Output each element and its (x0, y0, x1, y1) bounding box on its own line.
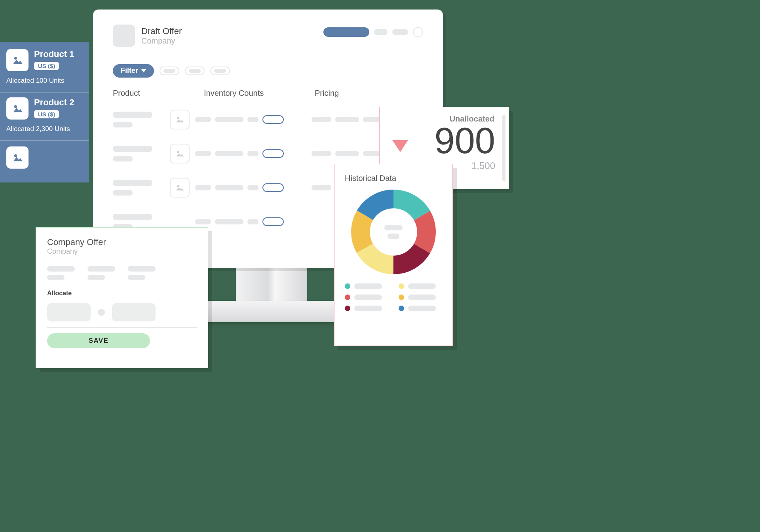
filter-chip[interactable] (185, 66, 205, 75)
svg-point-2 (14, 154, 17, 157)
filter-chip[interactable] (210, 66, 230, 75)
image-icon (6, 146, 28, 169)
allocate-label: Allocate (47, 290, 197, 297)
offer-subtitle: Company (47, 247, 197, 256)
inventory-input[interactable] (262, 217, 284, 226)
monitor-stand-base (202, 301, 342, 322)
page-title: Draft Offer (141, 26, 182, 37)
page-subtitle: Company (141, 36, 182, 46)
historical-title: Historical Data (345, 174, 442, 183)
svg-point-4 (177, 151, 180, 154)
chevron-down-icon (141, 69, 146, 72)
legend-item (399, 294, 442, 300)
filter-label: Filter (121, 66, 138, 75)
divider (47, 327, 197, 328)
donut-legend (345, 283, 442, 311)
filter-chip[interactable] (160, 66, 179, 75)
product-allocation: Allocated 100 Units (6, 77, 83, 85)
header-chip[interactable] (374, 29, 388, 35)
svg-point-1 (14, 105, 17, 108)
product-name: Product 1 (34, 49, 74, 59)
column-header-pricing: Pricing (315, 89, 423, 98)
header-avatar-circle[interactable] (413, 27, 423, 37)
column-header-inventory: Inventory Counts (204, 89, 315, 98)
svg-point-3 (177, 117, 180, 120)
primary-action-pill[interactable] (323, 27, 369, 37)
product-item[interactable]: Product 1 US ($) Allocated 100 Units (0, 44, 89, 92)
product-item-stub (0, 140, 89, 169)
legend-item (399, 283, 442, 289)
save-button[interactable]: SAVE (47, 333, 150, 348)
image-icon (6, 49, 28, 71)
header-chip[interactable] (392, 29, 408, 35)
offer-title: Company Offer (47, 237, 197, 247)
svg-point-5 (177, 185, 180, 188)
allocate-input[interactable] (47, 303, 91, 321)
image-icon (170, 110, 190, 129)
trend-down-icon (392, 140, 408, 152)
allocate-input[interactable] (112, 303, 156, 321)
legend-item (345, 283, 388, 289)
svg-point-0 (14, 57, 17, 60)
historical-data-card: Historical Data (334, 164, 453, 346)
company-offer-card: Company Offer Company Allocate SAVE (36, 227, 208, 368)
legend-item (345, 294, 388, 300)
allocate-toggle[interactable] (98, 309, 105, 316)
legend-item (345, 306, 388, 311)
product-name: Product 2 (34, 97, 74, 108)
inventory-input[interactable] (262, 115, 284, 124)
image-icon (170, 178, 190, 198)
metric-label: Unallocated (450, 114, 494, 124)
inventory-input[interactable] (262, 183, 284, 192)
scrollbar[interactable] (502, 115, 505, 181)
currency-badge: US ($) (34, 62, 59, 70)
avatar (113, 25, 135, 47)
product-allocation: Allocated 2,300 Units (6, 125, 83, 133)
save-button-label: SAVE (89, 337, 108, 345)
metric-value: 900 (414, 122, 495, 159)
image-icon (6, 97, 28, 120)
column-header-product: Product (113, 89, 204, 98)
product-panel: Product 1 US ($) Allocated 100 Units Pro… (0, 42, 89, 182)
legend-item (399, 306, 442, 311)
filter-button[interactable]: Filter (113, 64, 154, 78)
currency-badge: US ($) (34, 110, 59, 118)
product-item[interactable]: Product 2 US ($) Allocated 2,300 Units (0, 92, 89, 140)
inventory-input[interactable] (262, 149, 284, 158)
image-icon (170, 144, 190, 163)
donut-center (350, 188, 437, 276)
table-row[interactable] (113, 103, 423, 137)
